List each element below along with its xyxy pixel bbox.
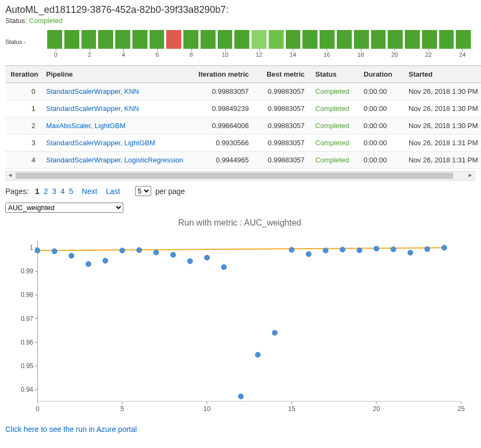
col-status[interactable]: Status <box>310 66 358 83</box>
status-cell[interactable] <box>456 30 471 49</box>
chart-point[interactable] <box>340 247 345 252</box>
status-tick: 8 <box>190 51 193 58</box>
cell-pipeline: StandardScalerWrapper, LogisticRegressio… <box>41 152 190 169</box>
chart-point[interactable] <box>323 248 328 253</box>
pager-page[interactable]: 1 <box>33 187 42 196</box>
pipeline-link[interactable]: StandardScalerWrapper, LightGBM <box>46 139 156 147</box>
cell-iteration: 1 <box>5 100 41 117</box>
chart-point[interactable] <box>289 247 294 252</box>
chart-point[interactable] <box>137 248 142 253</box>
status-cell[interactable] <box>64 30 79 49</box>
metric-select[interactable]: AUC_weighted <box>5 203 123 213</box>
status-strip-ylabel: Status - <box>5 39 26 45</box>
status-cell[interactable] <box>98 30 113 49</box>
status-tick: 4 <box>122 51 125 58</box>
status-cell[interactable] <box>132 30 147 49</box>
status-cell[interactable] <box>183 30 198 49</box>
scroll-right-icon[interactable]: ► <box>466 171 475 180</box>
per-page-select[interactable]: 5 <box>135 186 151 196</box>
metric-chart[interactable]: 0.940.950.960.970.980.9910510152025 <box>5 235 472 417</box>
pipeline-link[interactable]: StandardScalerWrapper, KNN <box>46 104 139 113</box>
chart-point[interactable] <box>86 262 91 267</box>
status-cell[interactable] <box>218 30 233 49</box>
cell-iter-metric: 0.99849239 <box>190 100 254 117</box>
table-row: 2MaxAbsScaler, LightGBM0.996640060.99883… <box>5 117 481 135</box>
cell-started: Nov 26, 2018 1:31 PM <box>403 135 481 152</box>
metric-chart-container: Run with metric : AUC_weighted 0.940.950… <box>5 218 474 417</box>
cell-duration: 0:00:00 <box>358 152 403 169</box>
pager-page[interactable]: 3 <box>50 187 58 196</box>
status-cell[interactable] <box>269 30 284 49</box>
chart-point[interactable] <box>425 247 430 252</box>
col-pipeline[interactable]: Pipeline <box>41 66 190 83</box>
svg-text:10: 10 <box>203 405 211 413</box>
chart-point[interactable] <box>187 258 193 264</box>
chart-point[interactable] <box>102 258 108 264</box>
col-iteration[interactable]: Iteration <box>5 66 41 83</box>
scroll-left-icon[interactable]: ◄ <box>6 171 14 180</box>
col-started[interactable]: Started <box>403 66 481 83</box>
chart-title: Run with metric : AUC_weighted <box>5 218 474 228</box>
pipeline-link[interactable]: MaxAbsScaler, LightGBM <box>46 122 125 130</box>
azure-portal-link[interactable]: Click here to see the run in Azure porta… <box>5 425 137 434</box>
status-cell[interactable] <box>320 30 335 49</box>
status-cell[interactable] <box>234 30 249 49</box>
chart-point[interactable] <box>171 252 176 257</box>
svg-text:0.99: 0.99 <box>21 267 34 275</box>
pager-next[interactable]: Next <box>80 187 100 196</box>
status-cell[interactable] <box>286 30 301 49</box>
chart-point[interactable] <box>221 264 227 270</box>
pager-page[interactable]: 4 <box>58 187 67 196</box>
chart-point[interactable] <box>391 247 396 252</box>
scroll-thumb[interactable] <box>16 173 453 179</box>
chart-point[interactable] <box>153 250 159 255</box>
svg-text:15: 15 <box>288 405 295 413</box>
chart-point[interactable] <box>52 249 57 254</box>
status-cell[interactable] <box>337 30 352 49</box>
status-cell[interactable] <box>47 30 62 49</box>
chart-point[interactable] <box>374 246 379 251</box>
cell-iter-metric: 0.99883057 <box>190 83 254 100</box>
status-cell[interactable] <box>405 30 420 49</box>
pipeline-link[interactable]: StandardScalerWrapper, KNN <box>46 87 139 95</box>
chart-point[interactable] <box>35 248 40 253</box>
status-cell[interactable] <box>302 30 317 49</box>
col-iteration-metric[interactable]: Iteration metric <box>190 66 254 83</box>
status-cell[interactable] <box>354 30 369 49</box>
status-cell[interactable] <box>371 30 386 49</box>
pipeline-link[interactable]: StandardScalerWrapper, LogisticRegressio… <box>46 156 183 164</box>
chart-point[interactable] <box>69 253 74 258</box>
status-cell[interactable] <box>201 30 216 49</box>
chart-point[interactable] <box>408 250 413 256</box>
chart-point[interactable] <box>204 255 210 260</box>
pager-page[interactable]: 5 <box>67 187 76 196</box>
cell-started: Nov 26, 2018 1:30 PM <box>403 83 481 100</box>
status-cell[interactable] <box>251 30 267 49</box>
status-cell[interactable] <box>82 30 97 49</box>
chart-point[interactable] <box>272 330 277 335</box>
status-cell[interactable] <box>115 30 130 49</box>
cell-iteration: 0 <box>5 83 41 100</box>
col-best-metric[interactable]: Best metric <box>254 66 310 83</box>
cell-iteration: 4 <box>5 152 41 169</box>
chart-point[interactable] <box>238 394 243 399</box>
col-duration[interactable]: Duration <box>358 66 403 83</box>
status-cell[interactable] <box>150 30 165 49</box>
chart-point[interactable] <box>441 245 447 250</box>
status-cell[interactable] <box>388 30 403 49</box>
pager-last[interactable]: Last <box>103 187 122 196</box>
status-cell[interactable] <box>439 30 454 49</box>
chart-point[interactable] <box>120 248 125 253</box>
cell-started: Nov 26, 2018 1:30 PM <box>403 100 481 117</box>
status-tick: 12 <box>256 51 262 58</box>
status-cell[interactable] <box>166 30 181 49</box>
status-label: Status: <box>5 17 27 25</box>
chart-point[interactable] <box>357 248 362 253</box>
status-tick: 6 <box>156 51 159 58</box>
pager-page[interactable]: 2 <box>41 187 50 196</box>
chart-point[interactable] <box>306 251 312 257</box>
table-horizontal-scrollbar[interactable]: ◄ ► <box>5 171 475 181</box>
status-cell[interactable] <box>422 30 437 49</box>
svg-text:0.97: 0.97 <box>21 315 34 323</box>
chart-point[interactable] <box>255 352 261 357</box>
